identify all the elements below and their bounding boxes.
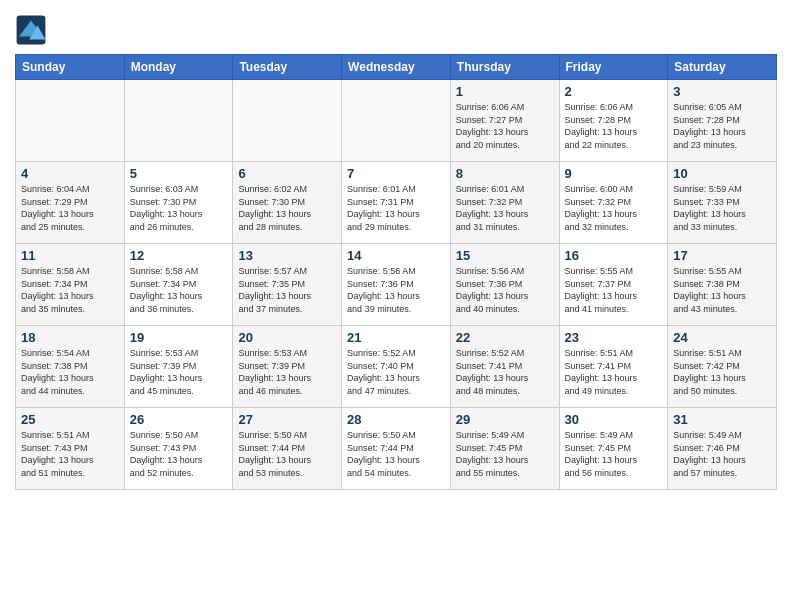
day-cell	[233, 80, 342, 162]
day-number: 16	[565, 248, 663, 263]
day-cell: 23Sunrise: 5:51 AM Sunset: 7:41 PM Dayli…	[559, 326, 668, 408]
day-cell	[16, 80, 125, 162]
page-container: SundayMondayTuesdayWednesdayThursdayFrid…	[0, 0, 792, 500]
day-cell: 13Sunrise: 5:57 AM Sunset: 7:35 PM Dayli…	[233, 244, 342, 326]
day-cell: 24Sunrise: 5:51 AM Sunset: 7:42 PM Dayli…	[668, 326, 777, 408]
day-number: 18	[21, 330, 119, 345]
day-cell: 2Sunrise: 6:06 AM Sunset: 7:28 PM Daylig…	[559, 80, 668, 162]
day-cell: 29Sunrise: 5:49 AM Sunset: 7:45 PM Dayli…	[450, 408, 559, 490]
day-info: Sunrise: 5:59 AM Sunset: 7:33 PM Dayligh…	[673, 183, 771, 233]
day-info: Sunrise: 6:03 AM Sunset: 7:30 PM Dayligh…	[130, 183, 228, 233]
day-info: Sunrise: 5:56 AM Sunset: 7:36 PM Dayligh…	[456, 265, 554, 315]
day-info: Sunrise: 6:05 AM Sunset: 7:28 PM Dayligh…	[673, 101, 771, 151]
day-cell: 17Sunrise: 5:55 AM Sunset: 7:38 PM Dayli…	[668, 244, 777, 326]
weekday-header-sunday: Sunday	[16, 55, 125, 80]
day-info: Sunrise: 5:50 AM Sunset: 7:44 PM Dayligh…	[347, 429, 445, 479]
week-row-4: 18Sunrise: 5:54 AM Sunset: 7:38 PM Dayli…	[16, 326, 777, 408]
day-info: Sunrise: 5:50 AM Sunset: 7:43 PM Dayligh…	[130, 429, 228, 479]
day-number: 30	[565, 412, 663, 427]
day-cell	[342, 80, 451, 162]
week-row-1: 1Sunrise: 6:06 AM Sunset: 7:27 PM Daylig…	[16, 80, 777, 162]
day-info: Sunrise: 5:54 AM Sunset: 7:38 PM Dayligh…	[21, 347, 119, 397]
day-cell: 30Sunrise: 5:49 AM Sunset: 7:45 PM Dayli…	[559, 408, 668, 490]
day-cell: 8Sunrise: 6:01 AM Sunset: 7:32 PM Daylig…	[450, 162, 559, 244]
day-cell: 10Sunrise: 5:59 AM Sunset: 7:33 PM Dayli…	[668, 162, 777, 244]
day-cell: 7Sunrise: 6:01 AM Sunset: 7:31 PM Daylig…	[342, 162, 451, 244]
weekday-header-wednesday: Wednesday	[342, 55, 451, 80]
day-number: 8	[456, 166, 554, 181]
day-number: 3	[673, 84, 771, 99]
day-info: Sunrise: 5:49 AM Sunset: 7:45 PM Dayligh…	[565, 429, 663, 479]
day-cell: 4Sunrise: 6:04 AM Sunset: 7:29 PM Daylig…	[16, 162, 125, 244]
day-number: 12	[130, 248, 228, 263]
day-number: 15	[456, 248, 554, 263]
day-cell: 5Sunrise: 6:03 AM Sunset: 7:30 PM Daylig…	[124, 162, 233, 244]
day-number: 10	[673, 166, 771, 181]
day-info: Sunrise: 5:52 AM Sunset: 7:41 PM Dayligh…	[456, 347, 554, 397]
day-info: Sunrise: 5:52 AM Sunset: 7:40 PM Dayligh…	[347, 347, 445, 397]
logo-icon	[15, 14, 47, 46]
day-number: 19	[130, 330, 228, 345]
day-cell: 31Sunrise: 5:49 AM Sunset: 7:46 PM Dayli…	[668, 408, 777, 490]
day-info: Sunrise: 6:02 AM Sunset: 7:30 PM Dayligh…	[238, 183, 336, 233]
calendar-table: SundayMondayTuesdayWednesdayThursdayFrid…	[15, 54, 777, 490]
day-number: 21	[347, 330, 445, 345]
weekday-header-thursday: Thursday	[450, 55, 559, 80]
day-number: 31	[673, 412, 771, 427]
day-info: Sunrise: 6:00 AM Sunset: 7:32 PM Dayligh…	[565, 183, 663, 233]
day-number: 24	[673, 330, 771, 345]
weekday-header-tuesday: Tuesday	[233, 55, 342, 80]
week-row-5: 25Sunrise: 5:51 AM Sunset: 7:43 PM Dayli…	[16, 408, 777, 490]
day-number: 5	[130, 166, 228, 181]
day-number: 26	[130, 412, 228, 427]
day-number: 27	[238, 412, 336, 427]
day-cell: 22Sunrise: 5:52 AM Sunset: 7:41 PM Dayli…	[450, 326, 559, 408]
day-info: Sunrise: 5:50 AM Sunset: 7:44 PM Dayligh…	[238, 429, 336, 479]
day-cell: 14Sunrise: 5:56 AM Sunset: 7:36 PM Dayli…	[342, 244, 451, 326]
weekday-header-row: SundayMondayTuesdayWednesdayThursdayFrid…	[16, 55, 777, 80]
day-number: 2	[565, 84, 663, 99]
day-number: 9	[565, 166, 663, 181]
day-number: 1	[456, 84, 554, 99]
header	[15, 10, 777, 46]
day-cell: 12Sunrise: 5:58 AM Sunset: 7:34 PM Dayli…	[124, 244, 233, 326]
day-info: Sunrise: 5:56 AM Sunset: 7:36 PM Dayligh…	[347, 265, 445, 315]
day-number: 23	[565, 330, 663, 345]
day-info: Sunrise: 5:58 AM Sunset: 7:34 PM Dayligh…	[130, 265, 228, 315]
day-number: 6	[238, 166, 336, 181]
day-cell: 11Sunrise: 5:58 AM Sunset: 7:34 PM Dayli…	[16, 244, 125, 326]
day-info: Sunrise: 6:06 AM Sunset: 7:28 PM Dayligh…	[565, 101, 663, 151]
day-info: Sunrise: 6:01 AM Sunset: 7:32 PM Dayligh…	[456, 183, 554, 233]
day-cell: 18Sunrise: 5:54 AM Sunset: 7:38 PM Dayli…	[16, 326, 125, 408]
weekday-header-saturday: Saturday	[668, 55, 777, 80]
day-cell: 28Sunrise: 5:50 AM Sunset: 7:44 PM Dayli…	[342, 408, 451, 490]
day-info: Sunrise: 5:53 AM Sunset: 7:39 PM Dayligh…	[130, 347, 228, 397]
day-cell: 27Sunrise: 5:50 AM Sunset: 7:44 PM Dayli…	[233, 408, 342, 490]
day-cell: 25Sunrise: 5:51 AM Sunset: 7:43 PM Dayli…	[16, 408, 125, 490]
day-number: 29	[456, 412, 554, 427]
day-number: 11	[21, 248, 119, 263]
day-number: 28	[347, 412, 445, 427]
day-cell: 16Sunrise: 5:55 AM Sunset: 7:37 PM Dayli…	[559, 244, 668, 326]
day-number: 17	[673, 248, 771, 263]
day-info: Sunrise: 5:57 AM Sunset: 7:35 PM Dayligh…	[238, 265, 336, 315]
day-cell: 19Sunrise: 5:53 AM Sunset: 7:39 PM Dayli…	[124, 326, 233, 408]
day-cell: 20Sunrise: 5:53 AM Sunset: 7:39 PM Dayli…	[233, 326, 342, 408]
day-cell: 6Sunrise: 6:02 AM Sunset: 7:30 PM Daylig…	[233, 162, 342, 244]
week-row-3: 11Sunrise: 5:58 AM Sunset: 7:34 PM Dayli…	[16, 244, 777, 326]
day-cell: 21Sunrise: 5:52 AM Sunset: 7:40 PM Dayli…	[342, 326, 451, 408]
day-cell: 15Sunrise: 5:56 AM Sunset: 7:36 PM Dayli…	[450, 244, 559, 326]
day-info: Sunrise: 6:04 AM Sunset: 7:29 PM Dayligh…	[21, 183, 119, 233]
day-number: 13	[238, 248, 336, 263]
weekday-header-friday: Friday	[559, 55, 668, 80]
day-info: Sunrise: 5:53 AM Sunset: 7:39 PM Dayligh…	[238, 347, 336, 397]
day-cell: 9Sunrise: 6:00 AM Sunset: 7:32 PM Daylig…	[559, 162, 668, 244]
day-number: 25	[21, 412, 119, 427]
day-cell	[124, 80, 233, 162]
day-info: Sunrise: 5:55 AM Sunset: 7:37 PM Dayligh…	[565, 265, 663, 315]
day-number: 14	[347, 248, 445, 263]
day-info: Sunrise: 5:51 AM Sunset: 7:43 PM Dayligh…	[21, 429, 119, 479]
day-cell: 1Sunrise: 6:06 AM Sunset: 7:27 PM Daylig…	[450, 80, 559, 162]
day-info: Sunrise: 6:01 AM Sunset: 7:31 PM Dayligh…	[347, 183, 445, 233]
weekday-header-monday: Monday	[124, 55, 233, 80]
